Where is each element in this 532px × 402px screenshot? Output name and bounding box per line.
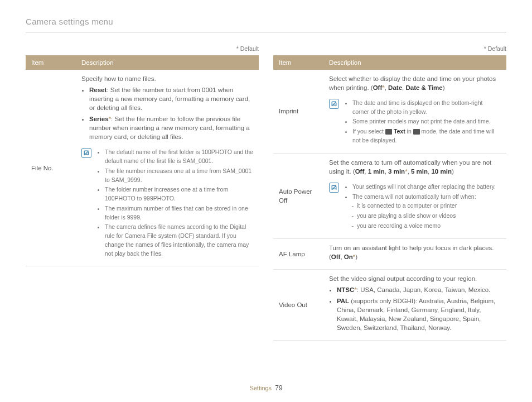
ap-off: Off <box>355 168 365 175</box>
desc-imprint: Select whether to display the date and t… <box>323 70 506 153</box>
video-out-pal: PAL (supports only BDGHI): Australia, Au… <box>337 296 501 332</box>
ap-sub-3: you are recording a voice memo <box>357 222 496 231</box>
ap-intro-2: ) <box>452 168 454 175</box>
ap-sub-1: it is connected to a computer or printer <box>357 202 496 210</box>
row-auto-power-off: Auto Power Off Set the camera to turn of… <box>273 153 506 238</box>
pal-text: (supports only BDGHI): Australia, Austri… <box>337 298 495 331</box>
ap-3min: 3 min <box>388 168 405 175</box>
ap-10min: 10 min <box>431 168 451 175</box>
desc-auto-power-off: Set the camera to turn off automatically… <box>323 153 506 238</box>
video-out-intro: Set the video signal output according to… <box>329 274 501 283</box>
right-column: * Default Item Description Imprint Selec… <box>273 45 506 341</box>
imprint-note-a: The date and time is displayed on the bo… <box>352 99 501 117</box>
settings-table-left: Item Description File No. Specify how to… <box>26 55 259 267</box>
af-lamp-intro: Turn on an assistant light to help you f… <box>329 243 501 261</box>
imprint-note-b: Some printer models may not print the da… <box>352 117 501 126</box>
imprint-off-star: * <box>382 84 384 91</box>
imprint-off: Off <box>373 84 383 91</box>
ap-sub-2: you are playing a slide show or videos <box>357 212 496 221</box>
ap-note-a: Your settings will not change after repl… <box>352 183 496 192</box>
note-icon <box>329 183 339 193</box>
row-video-out: Video Out Set the video signal output ac… <box>273 269 506 341</box>
file-no-note-3: The maximum number of files that can be … <box>105 204 253 222</box>
col-header-description: Description <box>76 55 259 70</box>
item-file-no: File No. <box>26 70 76 266</box>
imprint-datetime: Date & Time <box>405 84 442 91</box>
footer-section: Settings <box>249 385 272 391</box>
item-auto-power-off: Auto Power Off <box>273 153 323 238</box>
item-af-lamp: AF Lamp <box>273 238 323 269</box>
video-out-ntsc: NTSC*: USA, Canada, Japan, Korea, Taiwan… <box>337 285 501 294</box>
series-text: : Set the file number to follow the prev… <box>89 116 250 140</box>
file-no-reset: Reset: Set the file number to start from… <box>89 85 253 112</box>
ntsc-label: NTSC <box>337 286 354 293</box>
imprint-text-label: Text <box>394 128 405 135</box>
col-header-description-r: Description <box>323 55 506 70</box>
desc-af-lamp: Turn on an assistant light to help you f… <box>323 238 506 269</box>
mode-dial-icon <box>413 129 420 135</box>
file-no-note-4: The camera defines file names according … <box>105 223 253 258</box>
ap-5min: 5 min <box>411 168 428 175</box>
content-columns: * Default Item Description File No. Spec… <box>26 45 506 341</box>
col-header-item: Item <box>26 55 76 70</box>
desc-file-no: Specify how to name files. Reset: Set th… <box>76 70 259 266</box>
file-no-note-1: The file number increases one at a time … <box>105 167 253 185</box>
row-af-lamp: AF Lamp Turn on an assistant light to he… <box>273 238 506 269</box>
imprint-note-c1: If you select <box>352 128 385 135</box>
note-icon <box>81 148 91 158</box>
page-footer: Settings 79 <box>0 384 532 393</box>
pal-label: PAL <box>337 298 349 304</box>
ap-1min: 1 min <box>368 168 385 175</box>
row-file-no: File No. Specify how to name files. Rese… <box>26 70 259 266</box>
file-no-intro: Specify how to name files. <box>81 74 253 83</box>
af-on: On <box>344 253 353 260</box>
file-no-note-2: The folder number increases one at a tim… <box>105 185 253 203</box>
ntsc-text: : USA, Canada, Japan, Korea, Taiwan, Mex… <box>357 286 491 293</box>
file-no-note: The default name of the first folder is … <box>81 146 253 260</box>
af-intro-2: ) <box>355 253 357 260</box>
ap-3min-star: * <box>405 168 407 175</box>
ap-note-b-text: The camera will not automatically turn o… <box>352 193 476 200</box>
reset-label: Reset <box>89 87 107 93</box>
item-imprint: Imprint <box>273 70 323 153</box>
imprint-intro-2: ) <box>443 84 445 91</box>
note-icon <box>329 99 339 109</box>
text-mode-icon <box>385 129 392 135</box>
row-imprint: Imprint Select whether to display the da… <box>273 70 506 153</box>
reset-text: : Set the file number to start from 0001… <box>89 87 250 111</box>
auto-power-note: Your settings will not change after repl… <box>329 180 501 233</box>
col-header-item-r: Item <box>273 55 323 70</box>
settings-table-right: Item Description Imprint Select whether … <box>273 55 506 341</box>
file-no-series: Series*: Set the file number to follow t… <box>89 114 253 141</box>
ap-note-b: The camera will not automatically turn o… <box>352 193 496 231</box>
imprint-intro: Select whether to display the date and t… <box>329 74 501 92</box>
desc-video-out: Set the video signal output according to… <box>323 269 506 341</box>
page-title: Camera settings menu <box>26 16 506 32</box>
imprint-date: Date <box>388 84 402 91</box>
auto-power-intro: Set the camera to turn off automatically… <box>329 158 501 176</box>
file-no-note-0: The default name of the first folder is … <box>105 148 253 166</box>
imprint-note: The date and time is displayed on the bo… <box>329 97 501 147</box>
item-video-out: Video Out <box>273 269 323 341</box>
series-label: Series <box>89 116 109 122</box>
af-off: Off <box>331 253 341 260</box>
default-note-right: * Default <box>273 45 506 53</box>
imprint-note-c: If you select Text in mode, the date and… <box>352 127 501 145</box>
footer-page-number: 79 <box>275 384 282 392</box>
left-column: * Default Item Description File No. Spec… <box>26 45 259 341</box>
ap-intro-1: Set the camera to turn off automatically… <box>329 159 491 175</box>
imprint-note-c2: in <box>405 128 413 135</box>
default-note-left: * Default <box>26 45 259 53</box>
